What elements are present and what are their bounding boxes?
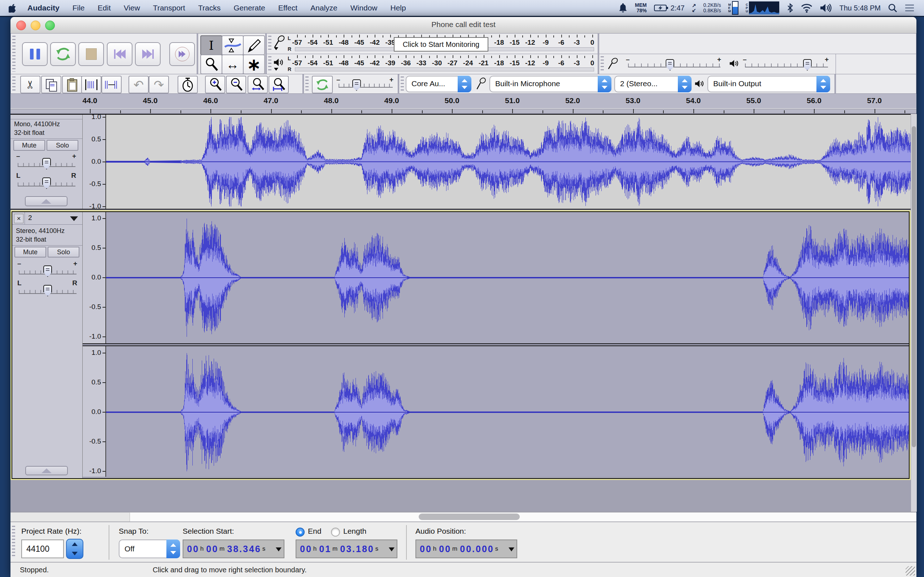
track-2-title-row[interactable]: × 2: [12, 212, 82, 225]
track-2-mute-button[interactable]: Mute: [15, 247, 46, 258]
audio-position-field[interactable]: 00h00m00.000s: [415, 540, 517, 558]
recording-meter-toolbar[interactable]: L R -57-54-51-48-45-42-39-36-33-30-27-24…: [267, 33, 598, 54]
time-digits[interactable]: 03.180: [340, 544, 374, 554]
skip-to-start-button[interactable]: [107, 42, 132, 66]
track-1-mute-button[interactable]: Mute: [13, 140, 45, 151]
volume-icon[interactable]: [820, 3, 832, 13]
toolbar-grip[interactable]: [12, 76, 16, 91]
length-radio[interactable]: [331, 528, 340, 537]
network-arrows-icon[interactable]: ↗↙: [692, 3, 696, 13]
notification-bell-icon[interactable]: [618, 3, 628, 13]
audio-host-dropdown[interactable]: Core Au...: [406, 76, 472, 92]
menu-view[interactable]: View: [124, 3, 140, 12]
track-1-collapse-button[interactable]: [25, 196, 68, 206]
toolbar-grip[interactable]: [12, 36, 16, 72]
silence-audio-button[interactable]: [102, 76, 122, 93]
window-resize-grip[interactable]: [906, 566, 915, 575]
network-throughput[interactable]: 0.2KB/s0.8KB/s: [703, 3, 721, 13]
record-button[interactable]: [169, 42, 195, 66]
time-digits[interactable]: 00: [439, 544, 451, 554]
memory-status[interactable]: MEM78%: [635, 3, 647, 13]
paste-button[interactable]: [62, 76, 82, 93]
time-digits[interactable]: 00.000: [460, 544, 494, 554]
time-shift-tool-button[interactable]: ↔: [221, 55, 244, 74]
snap-to-dropdown[interactable]: Off: [119, 540, 180, 558]
track-1-waveform[interactable]: [106, 115, 911, 209]
horizontal-scrollbar[interactable]: [130, 512, 916, 521]
menu-effect[interactable]: Effect: [278, 3, 297, 12]
project-rate-input[interactable]: 44100: [21, 540, 64, 558]
input-device-dropdown[interactable]: Built-in Microphone: [489, 76, 611, 92]
menu-generate[interactable]: Generate: [234, 3, 265, 12]
track-2-left-vertical-ruler[interactable]: 1.00.50.0-0.5-1.0: [82, 212, 106, 343]
selection-tool-button[interactable]: I: [200, 35, 222, 55]
toolbar-grip[interactable]: [305, 76, 309, 91]
play-speed-slider[interactable]: –+: [339, 78, 393, 91]
track-2-right-vertical-ruler[interactable]: 1.00.50.0-0.5-1.0: [82, 346, 106, 477]
play-button[interactable]: [50, 42, 76, 66]
menu-analyze[interactable]: Analyze: [310, 3, 338, 12]
menu-clock[interactable]: Thu 5:48 PM: [839, 4, 881, 12]
undo-button[interactable]: ↶: [129, 76, 149, 93]
track-1-control-panel[interactable]: Mono, 44100Hz 32-bit float Mute Solo –+ …: [10, 115, 82, 209]
notification-center-icon[interactable]: [905, 3, 914, 12]
copy-button[interactable]: [41, 76, 61, 93]
output-device-dropdown[interactable]: Built-in Output: [708, 76, 830, 92]
sync-lock-button[interactable]: [178, 76, 198, 93]
track-1-vertical-ruler[interactable]: 1.00.50.0-0.5-1.0: [82, 115, 106, 209]
vertical-scrollbar[interactable]: [911, 114, 917, 512]
track-1-title-row-clipped[interactable]: [10, 115, 82, 119]
menu-window[interactable]: Window: [351, 3, 378, 12]
spotlight-search-icon[interactable]: [888, 3, 897, 13]
stop-button[interactable]: [78, 42, 104, 66]
horizontal-scrollbar-thumb[interactable]: [419, 514, 520, 520]
memory-gauge[interactable]: MEM: [728, 1, 738, 15]
pause-button[interactable]: [22, 42, 48, 66]
time-digits[interactable]: 00: [187, 544, 199, 554]
toolbar-grip[interactable]: [12, 526, 15, 558]
apple-menu-icon[interactable]: [9, 3, 16, 13]
menu-transport[interactable]: Transport: [153, 3, 185, 12]
timeline-ruler[interactable]: 44.045.046.047.048.049.050.051.052.053.0…: [10, 94, 916, 114]
zoom-out-button[interactable]: [226, 76, 246, 93]
track-2-pan-slider[interactable]: LR: [19, 284, 76, 297]
toolbar-grip[interactable]: [601, 56, 604, 72]
end-radio[interactable]: [296, 528, 305, 537]
track-2-gain-slider[interactable]: –+: [19, 265, 76, 278]
draw-tool-button[interactable]: [243, 35, 265, 55]
track-1-gain-slider[interactable]: –+: [18, 157, 76, 170]
wifi-icon[interactable]: [801, 3, 813, 13]
track-2-close-button[interactable]: ×: [14, 214, 23, 223]
track-2-right-waveform[interactable]: [106, 346, 909, 477]
toolbar-grip[interactable]: [401, 76, 404, 91]
menu-help[interactable]: Help: [390, 3, 406, 12]
trim-audio-button[interactable]: [81, 76, 102, 93]
envelope-tool-button[interactable]: [221, 35, 244, 55]
time-digits[interactable]: 00: [206, 544, 218, 554]
menu-file[interactable]: File: [73, 3, 85, 12]
track-1-solo-button[interactable]: Solo: [47, 140, 78, 151]
track-2-collapse-button[interactable]: [25, 466, 68, 475]
menu-tracks[interactable]: Tracks: [198, 3, 221, 12]
cut-button[interactable]: ✂: [20, 76, 40, 93]
time-digits[interactable]: 38.346: [227, 544, 261, 554]
selection-start-field[interactable]: 00h00m38.346s: [183, 540, 284, 558]
menu-audacity[interactable]: Audacity: [27, 3, 60, 12]
time-digits[interactable]: 00: [420, 544, 432, 554]
input-volume-slider[interactable]: –+: [628, 58, 720, 71]
track-2-left-waveform[interactable]: [106, 212, 909, 343]
bluetooth-icon[interactable]: [787, 3, 794, 13]
time-digits[interactable]: 00: [300, 544, 312, 554]
input-channels-dropdown[interactable]: 2 (Stereo...: [614, 76, 691, 92]
track-2-menu-arrow[interactable]: [70, 216, 78, 221]
selection-end-field[interactable]: 00h01m03.180s: [296, 540, 397, 558]
zoom-tool-button[interactable]: [200, 55, 222, 74]
skip-to-end-button[interactable]: [135, 42, 161, 66]
playback-meter-toolbar[interactable]: L R -57-54-51-48-45-42-39-36-33-30-27-24…: [267, 54, 598, 74]
zoom-in-button[interactable]: [205, 76, 225, 93]
project-rate-stepper[interactable]: [66, 539, 83, 559]
cpu-gauge[interactable]: CPU: [746, 2, 780, 15]
time-digits[interactable]: 01: [319, 544, 331, 554]
battery-status[interactable]: 2:47: [654, 4, 685, 12]
redo-button[interactable]: ↷: [149, 76, 169, 93]
